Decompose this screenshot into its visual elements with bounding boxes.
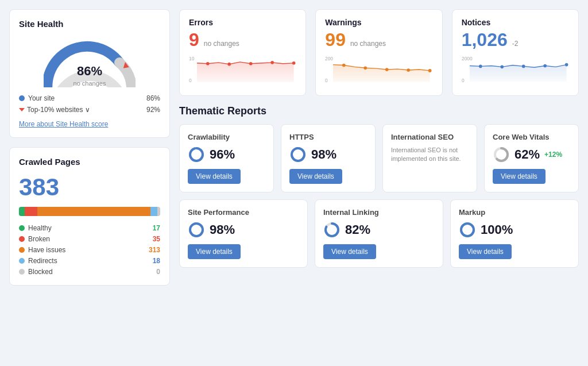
markup-name: Markup [459,208,570,217]
notices-change: -2 [512,40,519,48]
errors-chart: 10 0 [189,54,296,86]
markup-score: 100% [459,221,570,238]
site-perf-view-btn[interactable]: View details [188,244,241,259]
errors-card: Errors 9 no changes 10 0 [179,9,306,96]
internal-linking-view-btn[interactable]: View details [323,244,376,259]
site-perf-donut-icon [188,221,205,238]
thematic-reports-title: Thematic Reports [179,105,579,117]
svg-point-33 [461,224,474,236]
metrics-row: Errors 9 no changes 10 0 [179,9,579,96]
cwv-view-btn[interactable]: View details [493,169,546,184]
thematic-reports-section: Thematic Reports Crawlability 96% View d… [179,105,579,268]
internal-linking-percent: 82% [345,222,370,237]
label-redirects: Redirects [28,257,57,265]
crawlability-donut-icon [188,146,205,163]
crawlability-view-btn[interactable]: View details [188,169,241,184]
warnings-value: 99 [325,29,346,51]
dot-redirects [19,258,25,264]
gauge-label: 86% no changes [74,64,106,87]
site-perf-name: Site Performance [188,208,299,217]
internal-linking-donut-icon [323,221,341,238]
crawled-pages-title: Crawled Pages [19,157,160,167]
your-site-value: 86% [146,94,160,102]
notices-chart: 2000 0 [462,54,569,86]
intl-seo-name: International SEO [391,133,469,141]
value-redirects: 18 [153,257,160,265]
warnings-title: Warnings [325,18,432,27]
warnings-main: 99 no changes [325,29,432,51]
errors-value: 9 [189,29,199,51]
legend-row-top10: Top-10% websites ∨ 92% [19,106,160,114]
crawl-legend: Healthy 17 Broken 35 Have issues [19,224,160,276]
svg-text:0: 0 [325,78,328,83]
dot-healthy [19,225,25,231]
label-broken: Broken [28,235,50,243]
legend-row-your-site: Your site 86% [19,94,160,102]
value-blocked: 0 [156,268,160,276]
errors-title: Errors [189,18,296,27]
errors-main: 9 no changes [189,29,296,51]
label-healthy: Healthy [28,224,52,232]
notices-title: Notices [462,18,569,27]
cwv-name: Core Web Vitals [493,133,570,141]
health-legend: Your site 86% Top-10% websites ∨ 92% [19,94,160,114]
dot-blocked [19,269,25,275]
cwv-donut-icon [493,146,510,163]
report-intl-seo: International SEO International SEO is n… [382,124,477,192]
report-cwv: Core Web Vitals 62% +12% View details [484,124,579,192]
dot-issues [19,247,25,253]
markup-percent: 100% [481,222,513,237]
crawl-row-blocked: Blocked 0 [19,268,160,276]
svg-text:200: 200 [325,56,333,61]
report-site-perf: Site Performance 98% View details [179,199,308,268]
cwv-change: +12% [544,151,562,159]
crawl-row-broken: Broken 35 [19,235,160,243]
warnings-change: no changes [350,40,386,48]
svg-text:10: 10 [189,56,195,61]
https-view-btn[interactable]: View details [289,169,342,184]
gauge-sub: no changes [74,80,106,87]
top10-label: Top-10% websites ∨ [27,106,90,114]
svg-point-25 [292,148,304,161]
bar-healthy [19,207,25,216]
crawled-pages-bar [19,207,160,216]
value-issues: 313 [149,246,160,254]
svg-point-23 [190,148,203,161]
report-crawlability: Crawlability 96% View details [179,124,274,192]
gauge-percent: 86% [74,64,106,79]
site-perf-score: 98% [188,221,299,238]
warnings-card: Warnings 99 no changes 200 0 [315,9,442,96]
crawl-row-redirects: Redirects 18 [19,257,160,265]
reports-row1: Crawlability 96% View details HTTPS [179,124,579,192]
label-issues: Have issues [28,246,65,254]
bar-broken [25,207,37,216]
notices-value: 1,026 [462,29,508,51]
more-about-site-health-link[interactable]: More about Site Health score [19,120,108,128]
label-blocked: Blocked [28,268,53,276]
report-https: HTTPS 98% View details [281,124,376,192]
markup-view-btn[interactable]: View details [459,244,512,259]
left-column: Site Health 86% no chan [9,9,170,286]
crawled-pages-total: 383 [19,174,160,201]
notices-card: Notices 1,026 -2 2000 0 [452,9,579,96]
https-score: 98% [289,146,367,163]
cwv-score: 62% +12% [493,146,570,163]
your-site-label: Your site [28,94,55,102]
markup-donut-icon [459,221,476,238]
notices-main: 1,026 -2 [462,29,569,51]
your-site-dot [19,95,25,101]
gauge-container: 86% no changes [44,36,136,87]
top10-value: 92% [146,106,160,114]
right-column: Errors 9 no changes 10 0 [179,9,579,286]
value-broken: 35 [153,235,160,243]
crawled-pages-card: Crawled Pages 383 Healthy 17 [9,147,170,286]
crawlability-percent: 96% [210,147,235,162]
reports-row2: Site Performance 98% View details Intern… [179,199,579,268]
bar-blocked [157,207,160,216]
errors-change: no changes [204,40,239,48]
site-health-card: Site Health 86% no chan [9,9,170,138]
top10-triangle-icon [19,108,25,111]
dashboard: Site Health 86% no chan [9,9,579,286]
svg-text:2000: 2000 [462,56,473,61]
cwv-percent: 62% [514,147,540,162]
